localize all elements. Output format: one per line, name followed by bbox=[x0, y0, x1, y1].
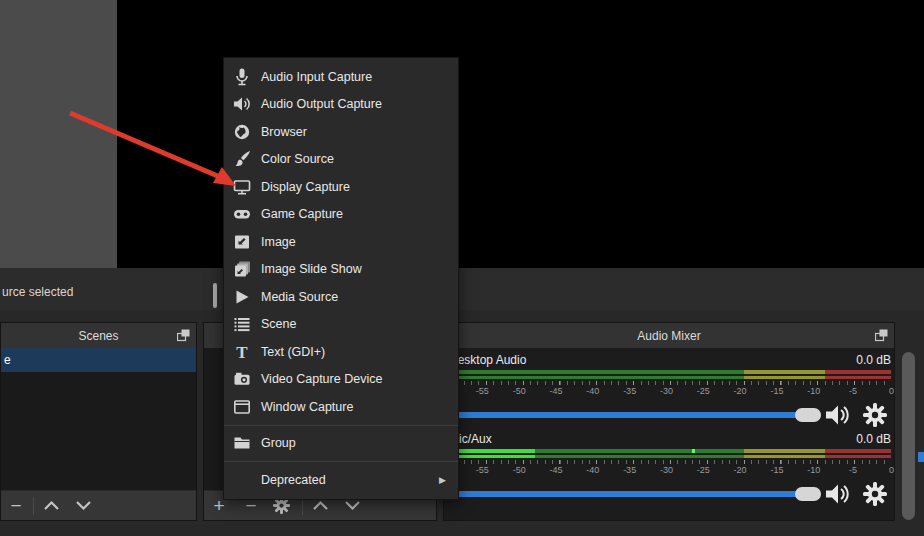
audio-mixer-panel: Audio Mixer Desktop Audio 0.0 dB -55-50-… bbox=[443, 322, 895, 521]
channel-volume-db: 0.0 dB bbox=[856, 432, 891, 446]
mute-speaker-icon[interactable] bbox=[825, 404, 851, 426]
meter-tick-label: -15 bbox=[747, 465, 784, 475]
meter-tick-labels: -55-50-45-40-35-30-25-20-15-10-50 bbox=[449, 465, 891, 475]
meter-tick-label: -10 bbox=[783, 386, 820, 396]
meter-tick-label: -20 bbox=[710, 465, 747, 475]
meter-tick-label: -5 bbox=[820, 465, 857, 475]
meter-tick-label: 0 bbox=[857, 465, 894, 475]
menu-item-group[interactable]: Group bbox=[224, 430, 458, 458]
menu-separator bbox=[224, 461, 458, 462]
menu-item-scene[interactable]: Scene bbox=[224, 311, 458, 339]
volume-slider-handle[interactable] bbox=[795, 487, 821, 501]
meter-tick-label: -30 bbox=[636, 386, 673, 396]
menu-item-text-gdi[interactable]: T Text (GDI+) bbox=[224, 338, 458, 366]
meter-peak-indicator bbox=[692, 449, 695, 453]
meter-tick-label: 0 bbox=[857, 386, 894, 396]
menu-item-window-capture[interactable]: Window Capture bbox=[224, 393, 458, 421]
meter-tick-label: -45 bbox=[526, 465, 563, 475]
mute-speaker-icon[interactable] bbox=[825, 483, 851, 505]
gamepad-icon bbox=[233, 205, 251, 223]
menu-item-display-capture[interactable]: Display Capture bbox=[224, 173, 458, 201]
menu-item-media-source[interactable]: Media Source bbox=[224, 283, 458, 311]
scenes-panel-header: Scenes bbox=[1, 323, 196, 348]
remove-scene-button[interactable]: − bbox=[3, 493, 29, 519]
status-text: urce selected bbox=[2, 285, 73, 299]
menu-item-image[interactable]: Image bbox=[224, 228, 458, 256]
globe-icon bbox=[233, 123, 251, 141]
monitor-icon bbox=[233, 178, 251, 196]
obs-window: urce selected Scenes e − + − bbox=[0, 0, 924, 536]
menu-item-image-slide-show[interactable]: Image Slide Show bbox=[224, 256, 458, 284]
meter-tick-label: -45 bbox=[526, 386, 563, 396]
meter-tick-label: -30 bbox=[636, 465, 673, 475]
channel-settings-gear-icon[interactable] bbox=[863, 403, 887, 427]
meter-tick-label: -10 bbox=[783, 465, 820, 475]
meter-tick-marks bbox=[449, 460, 891, 464]
audio-mixer-title: Audio Mixer bbox=[637, 329, 700, 343]
scene-name: e bbox=[1, 353, 11, 367]
meter-tick-label: -25 bbox=[673, 386, 710, 396]
move-scene-up-button[interactable] bbox=[38, 493, 64, 519]
folder-icon bbox=[233, 434, 251, 452]
menu-item-deprecated[interactable]: Deprecated ▶ bbox=[224, 466, 458, 494]
menu-separator bbox=[224, 425, 458, 426]
desktop-background bbox=[0, 0, 117, 268]
empty-icon-spacer bbox=[233, 471, 251, 489]
window-icon bbox=[233, 398, 251, 416]
meter-tick-label: -35 bbox=[599, 386, 636, 396]
float-panel-icon[interactable] bbox=[875, 329, 888, 342]
meter-tick-marks bbox=[449, 381, 891, 385]
menu-item-browser[interactable]: Browser bbox=[224, 118, 458, 146]
volume-slider-row bbox=[449, 403, 891, 427]
volume-slider-row bbox=[449, 482, 891, 506]
toolbar-divider bbox=[33, 497, 34, 515]
scene-list-item-selected[interactable]: e bbox=[1, 348, 196, 372]
volume-slider[interactable] bbox=[449, 491, 821, 497]
svg-text:T: T bbox=[236, 343, 248, 361]
menu-item-game-capture[interactable]: Game Capture bbox=[224, 201, 458, 229]
channel-name: Desktop Audio bbox=[449, 353, 526, 367]
speaker-icon bbox=[233, 95, 251, 113]
meter-tick-label: -15 bbox=[747, 386, 784, 396]
sources-scrollbar[interactable] bbox=[213, 283, 217, 308]
meter-tick-label: -20 bbox=[710, 386, 747, 396]
volume-meter bbox=[449, 370, 891, 379]
volume-slider-handle[interactable] bbox=[795, 408, 821, 422]
meter-tick-labels: -55-50-45-40-35-30-25-20-15-10-50 bbox=[449, 386, 891, 396]
menu-item-color-source[interactable]: Color Source bbox=[224, 146, 458, 174]
image-icon bbox=[233, 233, 251, 251]
meter-tick-label: -50 bbox=[489, 465, 526, 475]
camera-icon bbox=[233, 370, 251, 388]
meter-tick-label: -25 bbox=[673, 465, 710, 475]
float-panel-icon[interactable] bbox=[177, 329, 190, 342]
cropped-slider-edge bbox=[918, 452, 924, 462]
scenes-panel: Scenes e − bbox=[0, 322, 197, 521]
text-icon: T bbox=[233, 343, 251, 361]
move-scene-down-button[interactable] bbox=[70, 493, 96, 519]
channel-settings-gear-icon[interactable] bbox=[863, 482, 887, 506]
slideshow-icon bbox=[233, 260, 251, 278]
submenu-arrow-icon: ▶ bbox=[439, 475, 446, 485]
volume-meter bbox=[449, 449, 891, 458]
channel-volume-db: 0.0 dB bbox=[856, 353, 891, 367]
menu-item-audio-input-capture[interactable]: Audio Input Capture bbox=[224, 63, 458, 91]
scenes-panel-title: Scenes bbox=[78, 329, 118, 343]
microphone-icon bbox=[233, 68, 251, 86]
scene-list-icon bbox=[233, 315, 251, 333]
paintbrush-icon bbox=[233, 150, 251, 168]
audio-mixer-header: Audio Mixer bbox=[444, 323, 894, 348]
meter-tick-label: -5 bbox=[820, 386, 857, 396]
status-bar: urce selected bbox=[0, 268, 924, 310]
meter-tick-label: -40 bbox=[562, 386, 599, 396]
meter-tick-label: -35 bbox=[599, 465, 636, 475]
menu-item-video-capture-device[interactable]: Video Capture Device bbox=[224, 366, 458, 394]
mixer-scrollbar[interactable] bbox=[902, 352, 915, 520]
scenes-toolbar: − bbox=[1, 490, 196, 520]
menu-item-audio-output-capture[interactable]: Audio Output Capture bbox=[224, 91, 458, 119]
play-icon bbox=[233, 288, 251, 306]
meter-tick-label: -40 bbox=[562, 465, 599, 475]
volume-slider[interactable] bbox=[449, 412, 821, 418]
add-source-context-menu: Audio Input Capture Audio Output Capture… bbox=[223, 57, 459, 500]
meter-tick-label: -50 bbox=[489, 386, 526, 396]
